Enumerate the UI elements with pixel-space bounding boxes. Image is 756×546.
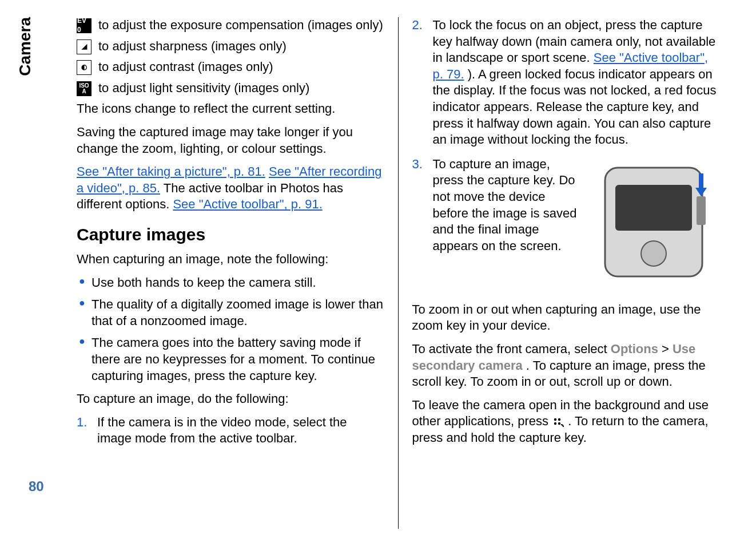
svg-rect-3 <box>697 196 706 225</box>
section-tab-camera: Camera <box>16 17 34 76</box>
svg-point-4 <box>554 418 556 420</box>
setting-row-contrast: ◐ to adjust contrast (images only) <box>77 59 384 76</box>
capture-steps-left: 1. If the camera is in the video mode, s… <box>77 414 384 447</box>
body-text: See "After taking a picture", p. 81. See… <box>77 164 384 213</box>
ev-icon: EV 0 <box>77 18 91 33</box>
svg-point-7 <box>558 422 560 424</box>
setting-row-iso: ISO A to adjust light sensitivity (image… <box>77 80 384 97</box>
content-columns: EV 0 to adjust the exposure compensation… <box>63 17 733 529</box>
setting-text: to adjust light sensitivity (images only… <box>98 80 309 97</box>
body-text: The icons change to reflect the current … <box>77 101 384 117</box>
svg-rect-1 <box>615 185 692 231</box>
setting-text: to adjust the exposure compensation (ima… <box>98 17 383 34</box>
contrast-icon: ◐ <box>77 60 91 75</box>
step-number: 1. <box>77 414 87 431</box>
list-item: The camera goes into the battery saving … <box>77 335 384 384</box>
link-active-toolbar-91[interactable]: See "Active toolbar", p. 91. <box>173 197 322 211</box>
body-text: To capture an image, do the following: <box>77 391 384 407</box>
body-text: Saving the captured image may take longe… <box>77 124 384 157</box>
body-text: When capturing an image, note the follow… <box>77 251 384 268</box>
heading-capture-images: Capture images <box>77 223 384 246</box>
step-number: 3. <box>412 156 423 173</box>
sharpness-icon: ◢ <box>77 39 91 54</box>
iso-icon: ISO A <box>77 81 91 96</box>
step-text: ). A green locked focus indicator appear… <box>433 67 717 147</box>
page-number: 80 <box>29 478 44 494</box>
body-text: To activate the front camera, select Opt… <box>412 341 720 390</box>
svg-point-5 <box>558 418 560 420</box>
setting-row-ev: EV 0 to adjust the exposure compensation… <box>77 17 384 34</box>
svg-point-6 <box>554 422 556 424</box>
capture-steps-right: 2. To lock the focus on an object, press… <box>412 17 720 294</box>
step-text: If the camera is in the video mode, sele… <box>97 415 347 446</box>
menu-key-icon <box>552 416 564 429</box>
left-column: EV 0 to adjust the exposure compensation… <box>63 17 398 529</box>
list-item: The quality of a digitally zoomed image … <box>77 296 384 329</box>
device-illustration <box>588 156 719 288</box>
step-text: To capture an image, press the capture k… <box>433 157 577 253</box>
setting-text: to adjust contrast (images only) <box>98 59 273 76</box>
manual-page: Camera 80 EV 0 to adjust the exposure co… <box>0 0 756 546</box>
tips-list: Use both hands to keep the camera still.… <box>77 275 384 385</box>
list-item: Use both hands to keep the camera still. <box>77 275 384 291</box>
right-column: 2. To lock the focus on an object, press… <box>398 17 734 529</box>
setting-text: to adjust sharpness (images only) <box>98 38 287 55</box>
step-item: 3. To capture an image, press the captur… <box>412 156 720 294</box>
ui-label-options: Options <box>611 342 658 356</box>
step-item: 2. To lock the focus on an object, press… <box>412 17 720 148</box>
svg-point-2 <box>641 241 666 266</box>
step-item: 1. If the camera is in the video mode, s… <box>77 414 384 447</box>
setting-row-sharpness: ◢ to adjust sharpness (images only) <box>77 38 384 55</box>
step-number: 2. <box>412 17 423 34</box>
body-text: To zoom in or out when capturing an imag… <box>412 302 720 334</box>
link-after-picture[interactable]: See "After taking a picture", p. 81. <box>77 164 265 179</box>
body-text: To leave the camera open in the backgrou… <box>412 397 720 446</box>
